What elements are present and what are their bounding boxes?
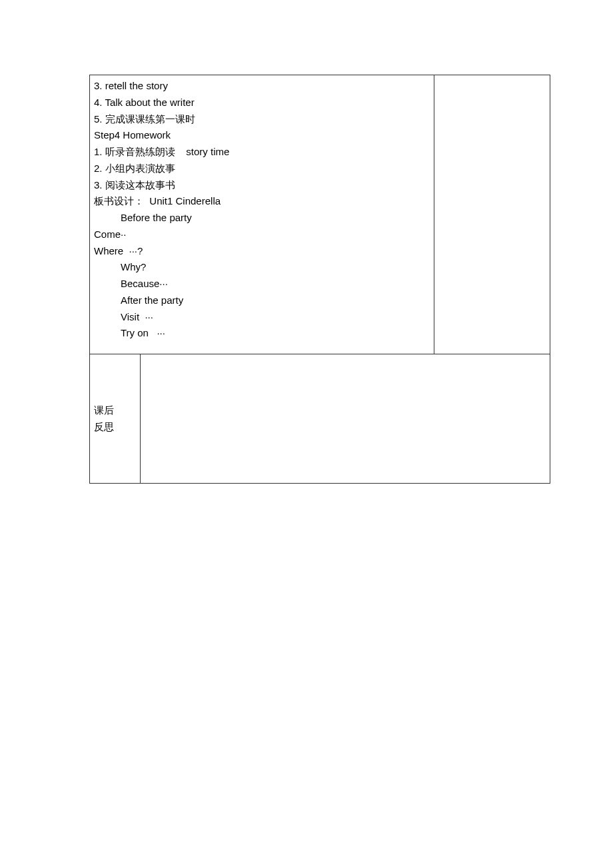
table-row: 3. retell the story 4. Talk about the wr…: [90, 75, 550, 354]
content-line: 1. 听录音熟练朗读 story time: [94, 144, 430, 161]
content-line: Come··: [94, 226, 430, 243]
content-line: 3. 阅读这本故事书: [94, 177, 430, 194]
reflection-content-cell: [141, 354, 550, 484]
content-line: Visit ···: [94, 309, 430, 326]
content-line: Where ···?: [94, 243, 430, 260]
content-line: Step4 Homework: [94, 127, 430, 144]
content-line: After the party: [94, 292, 430, 309]
content-line: Try on ···: [94, 325, 430, 342]
content-line: Before the party: [94, 210, 430, 226]
reflection-label-line: 课后: [94, 402, 140, 419]
table-row: 课后 反思: [90, 354, 550, 484]
content-line: 2. 小组内表演故事: [94, 161, 430, 177]
content-line: Because···: [94, 276, 430, 292]
content-line: 4. Talk about the writer: [94, 95, 430, 111]
content-line: 5. 完成课课练第一课时: [94, 111, 430, 128]
reflection-label-line: 反思: [94, 419, 140, 436]
lesson-table: 3. retell the story 4. Talk about the wr…: [89, 75, 550, 484]
document-page: 3. retell the story 4. Talk about the wr…: [0, 0, 613, 484]
content-line: 3. retell the story: [94, 78, 430, 95]
main-content-cell: 3. retell the story 4. Talk about the wr…: [90, 75, 434, 354]
reflection-label-cell: 课后 反思: [90, 354, 141, 484]
content-line: 板书设计： Unit1 Cinderella: [94, 193, 430, 210]
side-cell: [434, 75, 550, 354]
content-line: Why?: [94, 259, 430, 276]
